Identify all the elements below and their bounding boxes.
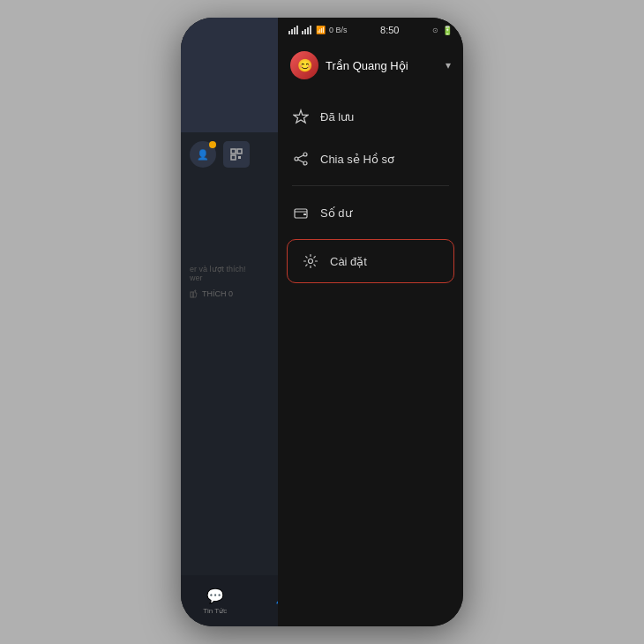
svg-rect-2 [231, 155, 236, 160]
status-bar: 📶 0 B/s 8:50 ⊙ 🔋 [278, 18, 463, 42]
signal-bar-1 [288, 31, 290, 34]
qr-icon[interactable] [223, 141, 250, 168]
star-icon [292, 108, 310, 125]
right-menu-panel: 📶 0 B/s 8:50 ⊙ 🔋 😊 Trần Quang Hội ▾ [278, 18, 463, 626]
menu-item-settings[interactable]: Cài đặt [287, 239, 454, 283]
signal-bar-2 [291, 29, 293, 34]
svg-rect-4 [191, 292, 193, 297]
speed-text: 0 B/s [329, 26, 348, 34]
signal-bar-3 [294, 27, 296, 34]
svg-rect-1 [237, 149, 242, 154]
status-right: ⊙ 🔋 [432, 26, 453, 35]
wallet-icon [292, 204, 310, 221]
svg-rect-0 [231, 149, 236, 154]
settings-label: Cài đặt [330, 255, 367, 268]
signal-bars [288, 26, 298, 34]
chevron-down-icon: ▾ [446, 59, 451, 71]
menu-header[interactable]: 😊 Trần Quang Hội ▾ [278, 42, 463, 88]
menu-divider-1 [292, 185, 449, 186]
add-friend-icon[interactable]: 👤 [190, 141, 216, 168]
user-name: Trần Quang Hội [326, 59, 438, 72]
svg-point-6 [303, 161, 307, 165]
battery-icon: 🔋 [442, 26, 453, 35]
signal-bar-4 [296, 26, 298, 34]
svg-point-7 [295, 157, 298, 161]
menu-item-saved[interactable]: Đã lưu [278, 95, 463, 138]
clock: 8:50 [380, 25, 399, 35]
signal-bars-2 [302, 26, 311, 34]
share-profile-label: Chia sẻ Hồ sơ [320, 153, 394, 166]
nav-tin-tuc-label: Tin Tức [203, 607, 227, 615]
recording-icon: ⊙ [432, 26, 438, 34]
chat-icon: 💬 [206, 588, 224, 604]
menu-item-share-profile[interactable]: Chia sẻ Hồ sơ [278, 138, 463, 180]
svg-point-12 [309, 259, 313, 264]
svg-rect-3 [238, 156, 241, 159]
menu-item-balance[interactable]: Số dư [278, 191, 463, 234]
signal-bar-7 [307, 27, 309, 34]
svg-line-8 [298, 155, 303, 158]
thich-text: THÍCH 0 [202, 289, 233, 298]
share-icon [292, 150, 310, 168]
wifi-icon: 📶 [316, 26, 326, 34]
signal-bar-6 [304, 29, 306, 34]
avatar: 😊 [290, 51, 318, 79]
svg-point-5 [303, 153, 307, 156]
settings-icon [302, 252, 319, 270]
menu-list: Đã lưu Chia sẻ Hồ sơ [278, 88, 463, 296]
nav-tin-tuc[interactable]: 💬 Tin Tức [181, 588, 250, 615]
svg-line-9 [298, 160, 303, 162]
svg-rect-11 [303, 213, 306, 215]
signal-bar-8 [310, 26, 311, 34]
saved-label: Đã lưu [320, 110, 354, 124]
signal-bar-5 [302, 31, 303, 34]
status-left: 📶 0 B/s [288, 26, 348, 34]
balance-label: Số dư [320, 206, 352, 220]
